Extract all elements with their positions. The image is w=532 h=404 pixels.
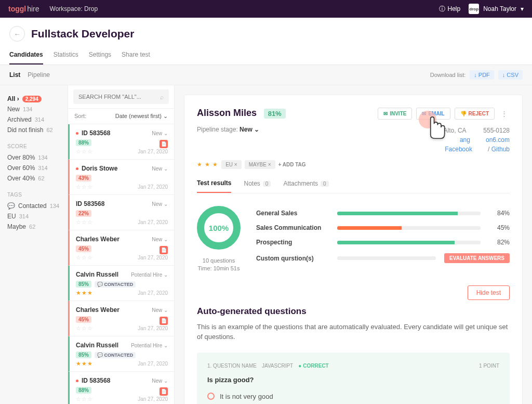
help-icon: ⓘ: [439, 5, 445, 14]
sort-dropdown[interactable]: Date (newest first) ⌄: [115, 113, 168, 120]
candidate-list-item[interactable]: Doris StoweNew ⌄ 43% ☆☆☆Jan 27, 2020: [68, 160, 174, 195]
avatar: drop: [469, 4, 479, 14]
user-menu[interactable]: drop Noah Taylor ▾: [469, 4, 524, 14]
tab-test-results[interactable]: Test results: [197, 179, 231, 193]
invite-button[interactable]: ✉INVITE: [378, 108, 412, 120]
status-dropdown[interactable]: New ⌄: [152, 166, 168, 172]
tag-eu[interactable]: EU ×: [221, 160, 242, 169]
tab-candidates[interactable]: Candidates: [9, 51, 43, 64]
unread-dot: [76, 132, 78, 135]
candidate-list-item[interactable]: ID 583568New ⌄ 22% ☆☆☆Jan 27, 2020: [68, 195, 174, 230]
candidate-list: ⌕ Sort: Date (newest first) ⌄ ID 583568N…: [68, 85, 175, 404]
candidate-list-item[interactable]: Calvin RussellPotential Hire ⌄ 85%💬 CONT…: [68, 266, 174, 301]
email-icon: ✉: [422, 111, 426, 116]
search-input[interactable]: [73, 89, 169, 104]
candidate-list-item[interactable]: ID 583568New ⌄ 88% 📄 ☆☆☆Jan 27, 2020: [68, 124, 174, 160]
filter-item[interactable]: Archived314: [7, 114, 60, 125]
candidate-score-badge: 81%: [264, 109, 286, 119]
status-dropdown[interactable]: Potential Hire ⌄: [131, 343, 168, 348]
contacted-tag: 💬 CONTACTED: [95, 352, 136, 358]
unread-dot: [76, 167, 78, 170]
tag-maybe[interactable]: MAYBE ×: [245, 160, 275, 169]
filter-item[interactable]: Did not finish62: [7, 125, 60, 135]
score-row: Custom qurstion(s)EVALUATE ANSWERS: [256, 250, 510, 267]
view-pipeline[interactable]: Pipeline: [28, 71, 50, 79]
tab-share-test[interactable]: Share test: [122, 51, 150, 64]
pipeline-label: Pipeline stage:: [197, 126, 238, 133]
questions-desc: This is an example of the questions that…: [197, 322, 510, 342]
download-csv-button[interactable]: ↓ CSV: [498, 70, 523, 80]
page-header: ← Fullstack Developer Candidates Statist…: [0, 18, 532, 65]
tag-filter-item[interactable]: 💬Contacted134: [7, 201, 60, 211]
tab-settings[interactable]: Settings: [89, 51, 111, 64]
evaluate-button[interactable]: EVALUATE ANSWERS: [444, 253, 510, 263]
view-list[interactable]: List: [9, 71, 20, 79]
document-icon: 📄: [159, 246, 168, 254]
email-button[interactable]: ✉EMAIL: [416, 108, 450, 120]
radio-icon: [207, 393, 215, 400]
score-row: Prospecting82%: [256, 235, 510, 250]
sort-label: Sort:: [74, 113, 86, 120]
unread-dot: [76, 380, 78, 382]
status-dropdown[interactable]: New ⌄: [152, 201, 168, 207]
question-option[interactable]: It is not very good: [207, 390, 499, 403]
tag-filter-item[interactable]: Maybe62: [7, 221, 60, 232]
tab-notes[interactable]: Notes0: [244, 179, 271, 193]
tags-label: TAGS: [7, 192, 60, 198]
help-link[interactable]: ⓘ Help: [439, 5, 460, 14]
score-filter-item[interactable]: Over 40%62: [7, 173, 60, 184]
score-filter-item[interactable]: Over 80%134: [7, 152, 60, 163]
workspace-label[interactable]: Workspace: Drop: [50, 5, 98, 12]
download-label: Download list:: [430, 72, 466, 78]
main: All ›2,294New134Archived314Did not finis…: [0, 85, 532, 404]
candidate-list-item[interactable]: Calvin RussellPotential Hire ⌄ 85%💬 CONT…: [68, 336, 174, 372]
filter-item[interactable]: New134: [7, 104, 60, 114]
tab-statistics[interactable]: Statistics: [54, 51, 78, 64]
candidate-list-item[interactable]: ID 583568New ⌄ 88% 📄 ☆☆☆Jan 27, 2020: [68, 372, 174, 404]
tab-attachments[interactable]: Attachments0: [283, 179, 328, 193]
score-filter-item[interactable]: Over 60%314: [7, 163, 60, 173]
email-link[interactable]: ang: [460, 136, 470, 144]
status-dropdown[interactable]: New ⌄: [152, 307, 168, 313]
question-points: 1 POINT: [479, 363, 499, 369]
contact-info: Palo Alto, CA 555-0128 ang on6.com Faceb…: [430, 126, 510, 154]
logo[interactable]: toggl hire: [8, 5, 39, 13]
donut-meta: 10 questions Time: 10min 51s: [197, 257, 241, 273]
status-dropdown[interactable]: New ⌄: [152, 378, 168, 384]
chevron-down-icon: ▾: [521, 5, 524, 12]
status-dropdown[interactable]: Potential Hire ⌄: [131, 272, 168, 278]
hide-test-button[interactable]: Hide test: [468, 285, 510, 300]
status-dropdown[interactable]: New ⌄: [152, 131, 168, 136]
reject-button[interactable]: 👎REJECT: [455, 108, 495, 120]
download-pdf-button[interactable]: ↓ PDF: [470, 70, 494, 80]
candidate-list-item[interactable]: Charles WeberNew ⌄ 45% 📄 ☆☆☆Jan 27, 2020: [68, 230, 174, 266]
more-icon[interactable]: ⋮: [499, 108, 510, 120]
candidate-name: Alisson Miles: [197, 108, 257, 118]
question-card: 1. QUESTION NAME JAVASCRIPT ●CORRECT 1 P…: [197, 353, 510, 404]
document-icon: 📄: [159, 387, 168, 396]
logo-toggl: toggl: [8, 5, 26, 13]
document-icon: 📄: [159, 140, 168, 148]
add-tag-button[interactable]: + ADD TAG: [278, 162, 306, 167]
contacted-tag: 💬 CONTACTED: [95, 281, 136, 288]
tag-filter-item[interactable]: EU314: [7, 211, 60, 221]
facebook-link[interactable]: Facebook: [445, 146, 472, 153]
questions-title: Auto-generated questions: [197, 306, 510, 317]
question-correct: ●CORRECT: [298, 363, 329, 369]
score-donut: 100%: [197, 206, 241, 250]
status-dropdown[interactable]: New ⌄: [152, 237, 168, 242]
header-tabs: Candidates Statistics Settings Share tes…: [9, 51, 523, 64]
document-icon: 📄: [159, 317, 168, 325]
back-button[interactable]: ←: [9, 26, 25, 42]
user-name: Noah Taylor: [483, 5, 516, 12]
question-text: Is pizza good?: [207, 376, 499, 384]
invite-icon: ✉: [383, 111, 388, 116]
filter-item[interactable]: All ›2,294: [7, 94, 60, 104]
question-number: 1. QUESTION NAME: [207, 363, 257, 369]
pipeline-dropdown[interactable]: New ⌄: [240, 126, 259, 133]
github-link[interactable]: Github: [491, 146, 510, 153]
rating-stars[interactable]: ★ ★ ★: [197, 161, 218, 168]
page-title: Fullstack Developer: [31, 28, 134, 40]
candidate-list-item[interactable]: Charles WeberNew ⌄ 45% 📄 ☆☆☆Jan 27, 2020: [68, 301, 174, 336]
score-label: SCORE: [7, 144, 60, 149]
